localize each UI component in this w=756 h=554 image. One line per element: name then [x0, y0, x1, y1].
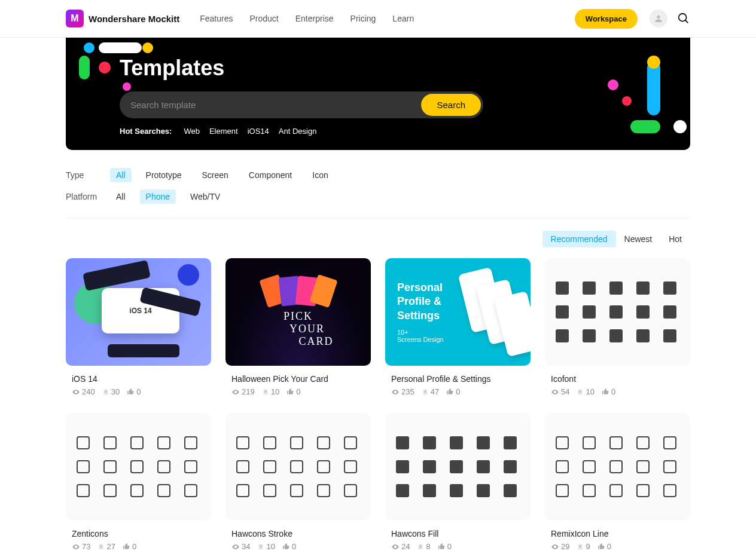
brand-logo[interactable]: M Wondershare Mockitt — [66, 10, 179, 27]
stat-views: 54 — [551, 387, 569, 396]
hot-tag-ios14[interactable]: iOS14 — [248, 127, 269, 136]
template-card[interactable]: RemixIcon Line2990 — [545, 413, 690, 551]
card-title: Hawcons Fill — [391, 529, 531, 538]
thumbs-up-icon — [438, 543, 446, 550]
template-card[interactable]: iOS 14iOS 14240300 — [66, 258, 211, 396]
user-avatar[interactable] — [650, 10, 667, 27]
stat-views: 235 — [391, 387, 414, 396]
card-title: Icofont — [551, 374, 690, 384]
card-title: RemixIcon Line — [551, 529, 690, 538]
deco-dot-icon — [647, 56, 660, 69]
eye-icon — [551, 388, 559, 396]
download-icon — [422, 388, 429, 396]
type-icon[interactable]: Icon — [306, 168, 334, 182]
card-title: iOS 14 — [72, 374, 211, 384]
card-thumbnail[interactable]: PersonalProfile &Settings10+Screens Desi… — [385, 258, 531, 366]
nav-pricing[interactable]: Pricing — [350, 14, 376, 23]
card-title: Halloween Pick Your Card — [231, 374, 371, 384]
card-thumbnail[interactable] — [545, 413, 690, 521]
stat-downloads: 10 — [257, 542, 275, 551]
hot-tag-element[interactable]: Element — [209, 127, 238, 136]
platform-phone[interactable]: Phone — [140, 189, 176, 204]
card-thumbnail[interactable] — [545, 258, 690, 366]
template-card[interactable]: Zenticons73270 — [66, 413, 211, 551]
deco-dot-icon — [608, 79, 618, 90]
hot-searches: Hot Searches: Web Element iOS14 Ant Desi… — [120, 127, 636, 136]
nav-enterprise[interactable]: Enterprise — [295, 14, 334, 23]
stat-views: 73 — [72, 542, 90, 551]
template-card[interactable]: Hawcons Stroke34100 — [225, 413, 371, 551]
card-thumbnail[interactable]: iOS 14 — [66, 258, 211, 366]
stat-views: 24 — [391, 542, 410, 551]
stat-views: 219 — [231, 387, 255, 396]
platform-webtv[interactable]: Web/TV — [184, 189, 226, 204]
svg-point-0 — [657, 16, 660, 19]
eye-icon — [551, 543, 559, 551]
template-card[interactable]: PICKYOURCARDHalloween Pick Your Card2191… — [225, 258, 371, 396]
template-search: Search — [120, 91, 483, 118]
hot-tag-web[interactable]: Web — [184, 127, 200, 136]
header-search-button[interactable] — [677, 12, 690, 25]
stat-likes: 0 — [286, 387, 300, 396]
hot-label: Hot Searches: — [120, 127, 172, 136]
deco-dot-icon — [622, 96, 632, 106]
type-component[interactable]: Component — [243, 168, 298, 182]
sort-recommended[interactable]: Recommended — [542, 231, 616, 247]
hot-tag-antdesign[interactable]: Ant Design — [279, 127, 317, 136]
sort-newest[interactable]: Newest — [616, 231, 661, 247]
template-card[interactable]: Icofont54100 — [545, 258, 690, 396]
nav-features[interactable]: Features — [200, 14, 233, 23]
stat-likes: 0 — [123, 542, 136, 551]
deco-pill-icon — [630, 120, 660, 133]
workspace-button[interactable]: Workspace — [575, 9, 638, 29]
stat-likes: 0 — [602, 387, 615, 396]
user-icon — [654, 14, 663, 23]
eye-icon — [231, 388, 240, 396]
template-card[interactable]: Hawcons Fill2480 — [385, 413, 531, 551]
search-button[interactable]: Search — [421, 94, 481, 116]
template-grid: iOS 14iOS 14240300PICKYOURCARDHalloween … — [66, 258, 690, 551]
card-stats: 240300 — [72, 387, 211, 396]
thumbs-up-icon — [127, 388, 135, 396]
filter-type-label: Type — [66, 170, 102, 180]
nav-product[interactable]: Product — [250, 14, 279, 23]
main-nav: Features Product Enterprise Pricing Lear… — [200, 14, 414, 23]
card-stats: 2990 — [551, 542, 690, 551]
nav-learn[interactable]: Learn — [392, 14, 414, 23]
stat-downloads: 9 — [577, 542, 590, 551]
type-prototype[interactable]: Prototype — [140, 168, 188, 182]
search-input[interactable] — [122, 94, 421, 116]
download-icon — [102, 388, 109, 396]
deco-dot-icon — [123, 82, 131, 91]
download-icon — [417, 543, 424, 550]
stat-downloads: 10 — [262, 387, 279, 396]
platform-all[interactable]: All — [110, 189, 132, 204]
card-thumbnail[interactable] — [225, 413, 371, 521]
filter-platform-label: Platform — [66, 192, 102, 201]
thumbs-up-icon — [286, 388, 294, 396]
thumbs-up-icon — [282, 543, 290, 550]
type-all[interactable]: All — [110, 168, 132, 182]
sort-hot[interactable]: Hot — [660, 231, 690, 247]
thumbs-up-icon — [598, 543, 605, 550]
deco-pill-icon — [647, 62, 660, 115]
thumbs-up-icon — [602, 388, 609, 396]
card-thumbnail[interactable]: PICKYOURCARD — [225, 258, 371, 366]
download-icon — [577, 388, 584, 396]
hero-title: Templates — [120, 56, 636, 81]
eye-icon — [72, 388, 80, 396]
card-thumbnail[interactable] — [385, 413, 531, 521]
sort-bar: Recommended Newest Hot — [66, 231, 690, 247]
card-stats: 235470 — [391, 387, 531, 396]
deco-pill-icon — [99, 42, 142, 53]
card-thumbnail[interactable] — [66, 413, 211, 521]
type-screen[interactable]: Screen — [196, 168, 234, 182]
stat-downloads: 47 — [422, 387, 439, 396]
deco-dot-icon — [99, 62, 111, 74]
search-icon — [677, 12, 690, 25]
card-title: Zenticons — [72, 529, 211, 538]
template-card[interactable]: PersonalProfile &Settings10+Screens Desi… — [385, 258, 531, 396]
stat-downloads: 27 — [97, 542, 115, 551]
stat-views: 34 — [231, 542, 250, 551]
filter-bar: Type All Prototype Screen Component Icon… — [66, 164, 690, 219]
